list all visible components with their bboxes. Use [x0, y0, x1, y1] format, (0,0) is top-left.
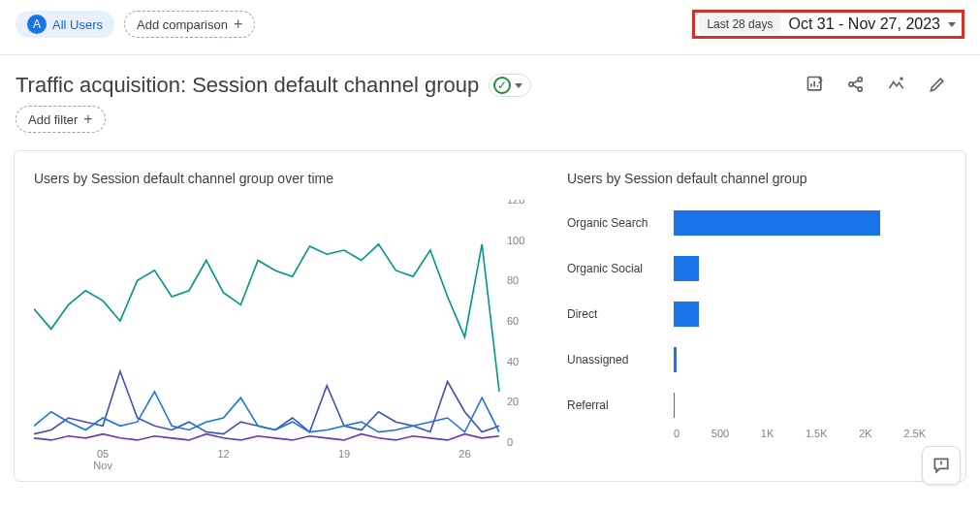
bar-fill [674, 347, 677, 372]
bar-x-axis: 05001K1.5K2K2.5K [674, 428, 926, 439]
top-bar: A All Users Add comparison + Last 28 day… [0, 0, 980, 55]
svg-text:05: 05 [97, 448, 109, 460]
bar-fill [674, 256, 699, 281]
chevron-down-icon [515, 83, 522, 88]
bar-row: Direct [567, 291, 926, 336]
chevron-down-icon [948, 22, 956, 27]
bar-row: Organic Social [567, 245, 926, 291]
customize-report-icon[interactable] [806, 75, 825, 97]
bar-category-label: Referral [567, 398, 664, 412]
bar-category-label: Unassigned [567, 353, 664, 366]
date-preset-badge: Last 28 days [699, 15, 780, 34]
feedback-button[interactable] [922, 446, 961, 485]
svg-text:12: 12 [217, 448, 229, 460]
bar-row: Organic Search [567, 200, 926, 245]
add-comparison-label: Add comparison [137, 17, 228, 32]
edit-icon[interactable] [928, 75, 947, 97]
bar-row: Unassigned [567, 336, 926, 382]
bar-chart[interactable]: Organic SearchOrganic SocialDirectUnassi… [567, 200, 926, 481]
bar-fill [674, 393, 675, 418]
check-circle-icon: ✓ [493, 77, 511, 94]
bar-row: Referral [567, 382, 926, 428]
title-bar: Traffic acquisition: Session default cha… [0, 55, 980, 106]
report-toolbar [806, 75, 964, 97]
svg-text:20: 20 [507, 396, 519, 407]
svg-text:0: 0 [507, 436, 513, 448]
svg-text:19: 19 [338, 448, 350, 460]
bar-fill [674, 302, 699, 327]
bar-chart-panel: Users by Session default channel group O… [567, 171, 926, 481]
feedback-icon [932, 456, 951, 475]
line-chart[interactable]: 02040608010012005121926Nov [34, 200, 538, 481]
bar-category-label: Organic Social [567, 262, 664, 275]
date-range-selector[interactable]: Last 28 days Oct 31 - Nov 27, 2023 [692, 10, 964, 39]
date-range-text: Oct 31 - Nov 27, 2023 [788, 16, 956, 33]
plus-icon: + [83, 111, 92, 128]
plus-icon: + [234, 16, 242, 33]
add-comparison-button[interactable]: Add comparison + [124, 11, 255, 38]
svg-text:Nov: Nov [93, 460, 112, 471]
svg-text:100: 100 [507, 235, 524, 246]
segment-all-users[interactable]: A All Users [16, 11, 114, 38]
segment-label: All Users [52, 17, 103, 32]
add-filter-button[interactable]: Add filter + [16, 106, 106, 133]
svg-text:26: 26 [458, 448, 470, 460]
line-chart-panel: Users by Session default channel group o… [34, 171, 538, 481]
bar-fill [674, 210, 880, 236]
bar-category-label: Direct [567, 307, 664, 321]
filter-bar: Add filter + [0, 106, 980, 144]
page-title: Traffic acquisition: Session default cha… [16, 73, 479, 98]
bar-category-label: Organic Search [567, 216, 664, 230]
share-icon[interactable] [846, 75, 866, 97]
add-filter-label: Add filter [28, 112, 78, 127]
user-badge-icon: A [27, 15, 47, 34]
svg-text:40: 40 [507, 356, 519, 367]
charts-card: Users by Session default channel group o… [14, 150, 966, 482]
insights-icon[interactable] [887, 75, 906, 97]
status-dropdown[interactable]: ✓ [489, 74, 531, 97]
svg-text:120: 120 [507, 200, 524, 206]
bar-chart-title: Users by Session default channel group [567, 171, 926, 186]
svg-text:60: 60 [507, 315, 519, 327]
line-chart-title: Users by Session default channel group o… [34, 171, 538, 186]
svg-text:80: 80 [507, 274, 519, 286]
